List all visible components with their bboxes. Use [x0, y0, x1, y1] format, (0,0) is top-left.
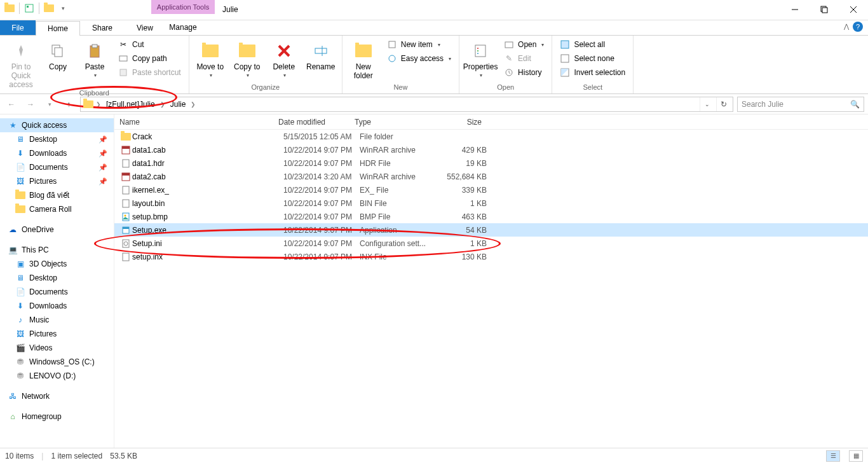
refresh-button[interactable]: ↻ — [716, 97, 730, 111]
select-all-button[interactable]: Select all — [557, 38, 628, 51]
edit-button[interactable]: ✎Edit — [501, 52, 546, 65]
nav-pictures-pc[interactable]: 🖼Pictures — [0, 327, 114, 341]
nav-homegroup[interactable]: ⌂Homegroup — [0, 410, 114, 424]
address-dropdown-icon[interactable]: ⌄ — [700, 97, 714, 111]
svg-rect-26 — [561, 55, 569, 62]
file-tab[interactable]: File — [0, 20, 36, 35]
cut-button[interactable]: ✂Cut — [116, 38, 184, 51]
help-icon[interactable]: ? — [853, 22, 863, 32]
back-button[interactable]: ← — [4, 97, 19, 112]
file-row[interactable]: Crack5/15/2015 12:05 AMFile folder — [114, 130, 868, 143]
breadcrumb-item-parent[interactable]: [zFull.net]Julie — [104, 100, 158, 109]
file-date: 10/23/2014 3:20 AM — [283, 172, 360, 181]
file-row[interactable]: data2.cab10/23/2014 3:20 AMWinRAR archiv… — [114, 170, 868, 183]
context-tab-application-tools[interactable]: Application Tools — [151, 0, 215, 14]
paste-button[interactable]: Paste▾ — [79, 38, 111, 78]
file-row[interactable]: setup.bmp10/22/2014 9:07 PMBMP File463 K… — [114, 210, 868, 223]
close-button[interactable] — [839, 0, 868, 19]
copy-path-button[interactable]: Copy path — [116, 52, 184, 65]
nav-desktop-pc[interactable]: 🖥Desktop — [0, 271, 114, 285]
column-header-name[interactable]: Name⌃ — [114, 118, 278, 127]
recent-dropdown-icon[interactable]: ▾ — [42, 97, 57, 112]
up-button[interactable]: ↑ — [61, 97, 76, 112]
scissors-icon: ✂ — [118, 39, 128, 50]
collapse-ribbon-icon[interactable]: ⋀ — [844, 23, 849, 30]
column-headers[interactable]: Name⌃ Date modified Type Size — [114, 114, 868, 130]
svg-rect-10 — [92, 45, 97, 48]
breadcrumb-item-current[interactable]: Julie — [168, 100, 189, 109]
file-row[interactable]: data1.hdr10/22/2014 9:07 PMHDR File19 KB — [114, 156, 868, 170]
nav-network[interactable]: 🖧Network — [0, 389, 114, 403]
file-row[interactable]: Setup.ini10/22/2014 9:07 PMConfiguration… — [114, 237, 868, 250]
share-tab[interactable]: Share — [80, 20, 125, 35]
file-row[interactable]: layout.bin10/22/2014 9:07 PMBIN File1 KB — [114, 197, 868, 210]
manage-tab[interactable]: Manage — [151, 23, 215, 32]
column-header-date[interactable]: Date modified — [278, 118, 355, 127]
address-bar[interactable]: ❯ [zFull.net]Julie ❯ Julie ❯ ⌄ ↻ — [80, 97, 733, 112]
minimize-button[interactable] — [780, 0, 810, 19]
move-to-button[interactable]: Move to▾ — [194, 38, 226, 78]
file-row[interactable]: setup.inx10/22/2014 9:07 PMINX File130 K… — [114, 250, 868, 263]
file-type-icon — [119, 146, 132, 155]
chevron-right-icon[interactable]: ❯ — [96, 101, 101, 107]
nav-drive-c[interactable]: ⛃Windows8_OS (C:) — [0, 355, 114, 369]
open-button[interactable]: Open▾ — [501, 38, 546, 51]
nav-blog[interactable]: Blog đã viết — [0, 188, 114, 202]
column-header-size[interactable]: Size — [431, 118, 482, 127]
svg-rect-15 — [315, 48, 327, 53]
nav-videos[interactable]: 🎬Videos — [0, 341, 114, 355]
file-size: 552,684 KB — [436, 172, 487, 181]
nav-drive-d[interactable]: ⛃LENOVO (D:) — [0, 369, 114, 383]
nav-pictures[interactable]: 🖼Pictures📌 — [0, 174, 114, 188]
qat-dropdown-icon[interactable]: ▾ — [57, 3, 69, 14]
objects3d-icon: ▣ — [15, 259, 25, 269]
nav-music[interactable]: ♪Music — [0, 313, 114, 327]
delete-button[interactable]: Delete▾ — [268, 38, 300, 78]
file-row[interactable]: data1.cab10/22/2014 9:07 PMWinRAR archiv… — [114, 143, 868, 156]
column-header-type[interactable]: Type — [355, 118, 431, 127]
history-button[interactable]: History — [501, 66, 546, 79]
copy-to-button[interactable]: Copy to▾ — [231, 38, 263, 78]
svg-rect-23 — [505, 42, 513, 48]
nav-desktop[interactable]: 🖥Desktop📌 — [0, 132, 114, 146]
invert-selection-button[interactable]: Invert selection — [557, 66, 628, 79]
status-selection: 1 item selected — [51, 452, 102, 460]
file-type-icon — [119, 239, 132, 248]
forward-button[interactable]: → — [23, 97, 38, 112]
copy-button[interactable]: Copy — [42, 38, 74, 71]
svg-rect-17 — [389, 41, 395, 48]
svg-rect-29 — [122, 146, 130, 149]
large-icons-view-button[interactable]: ▦ — [849, 450, 863, 462]
easy-access-button[interactable]: Easy access▾ — [384, 52, 454, 65]
sort-asc-icon: ⌃ — [305, 119, 310, 125]
nav-camera-roll[interactable]: Camera Roll — [0, 202, 114, 216]
file-row[interactable]: Setup.exe10/22/2014 9:07 PMApplication54… — [114, 223, 868, 237]
nav-quick-access[interactable]: ★Quick access — [0, 118, 114, 132]
new-folder-button[interactable]: New folder — [348, 38, 379, 80]
properties-qat-icon[interactable] — [24, 3, 35, 14]
nav-downloads[interactable]: ⬇Downloads📌 — [0, 146, 114, 160]
nav-onedrive[interactable]: ☁OneDrive — [0, 223, 114, 237]
details-view-button[interactable]: ☰ — [826, 450, 840, 462]
home-tab[interactable]: Home — [36, 21, 80, 36]
rename-button[interactable]: Rename — [305, 38, 337, 71]
nav-documents-pc[interactable]: 📄Documents — [0, 285, 114, 299]
chevron-right-icon[interactable]: ❯ — [191, 101, 196, 107]
paste-shortcut-button[interactable]: Paste shortcut — [116, 66, 184, 79]
new-item-button[interactable]: New item▾ — [384, 38, 454, 51]
properties-button[interactable]: Properties▾ — [465, 38, 496, 78]
select-none-button[interactable]: Select none — [557, 52, 628, 65]
new-folder-qat-icon[interactable] — [43, 3, 55, 14]
nav-downloads-pc[interactable]: ⬇Downloads — [0, 299, 114, 313]
file-type: WinRAR archive — [360, 172, 436, 181]
nav-documents[interactable]: 📄Documents📌 — [0, 160, 114, 174]
file-date: 10/22/2014 9:07 PM — [283, 252, 360, 261]
chevron-right-icon[interactable]: ❯ — [160, 101, 165, 107]
file-row[interactable]: ikernel.ex_10/22/2014 9:07 PMEX_ File339… — [114, 183, 868, 197]
navigation-pane[interactable]: ★Quick access 🖥Desktop📌 ⬇Downloads📌 📄Doc… — [0, 114, 114, 448]
nav-3d-objects[interactable]: ▣3D Objects — [0, 257, 114, 271]
maximize-button[interactable] — [810, 0, 839, 19]
nav-this-pc[interactable]: 💻This PC — [0, 243, 114, 257]
pin-to-quick-access-button[interactable]: Pin to Quick access — [5, 38, 37, 89]
search-input[interactable]: Search Julie 🔍 — [737, 97, 864, 112]
